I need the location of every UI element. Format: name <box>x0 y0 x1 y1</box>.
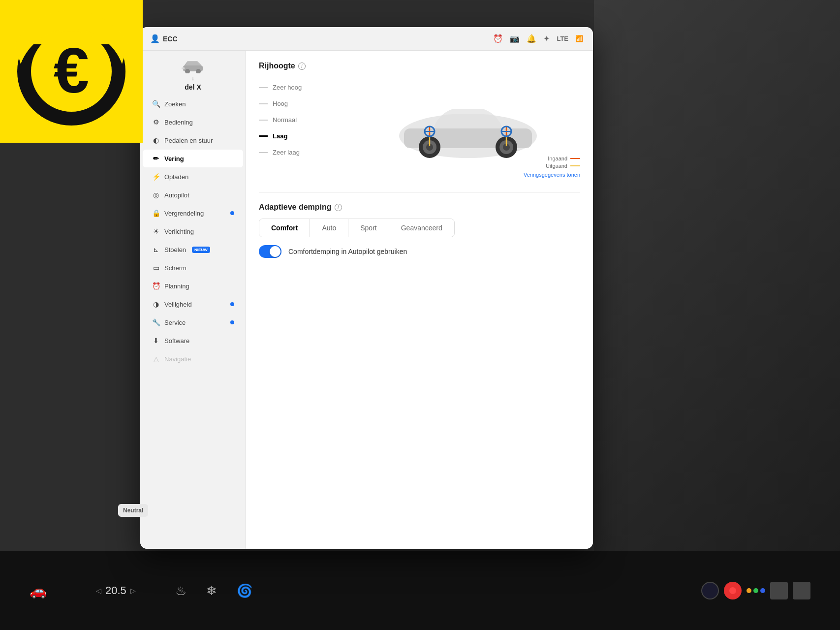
settings-small[interactable] <box>793 582 810 599</box>
security-icon: ◑ <box>152 300 160 308</box>
main-content: Rijhoogte i Zeer hoog Hoog <box>246 51 593 549</box>
damping-btn-sport[interactable]: Sport <box>348 219 389 237</box>
scroll-indicator: ↓ <box>140 75 246 81</box>
sidebar-item-stoelen[interactable]: ⊾ Stoelen NIEUW <box>143 241 243 258</box>
height-option-hoog[interactable]: Hoog <box>259 95 347 112</box>
sidebar-label-navigatie: Navigatie <box>164 355 191 363</box>
height-label-laag: Laag <box>273 132 287 140</box>
status-bar: 👤 ECC ⏰ 📷 🔔 ✦ LTE 📶 <box>140 27 593 51</box>
rec-button[interactable] <box>724 582 742 599</box>
screen-icon: ▭ <box>152 264 160 272</box>
damping-info-icon[interactable]: i <box>335 204 342 211</box>
fan2-icon[interactable]: 🌀 <box>237 583 252 598</box>
car-icon-area <box>140 54 246 75</box>
damping-btn-comfort[interactable]: Comfort <box>259 219 310 237</box>
sidebar-item-bediening[interactable]: ⚙ Bediening <box>143 113 243 131</box>
autopilot-toggle[interactable] <box>259 245 281 258</box>
svg-rect-4 <box>183 68 184 69</box>
sidebar-item-service[interactable]: 🔧 Service <box>143 314 243 331</box>
fan-icon[interactable]: ❄ <box>206 583 217 598</box>
autopilot-icon: ◎ <box>152 191 160 199</box>
sidebar-label-opladen: Opladen <box>164 173 188 181</box>
settings-icon: ⚙ <box>152 118 160 126</box>
height-dash-laag <box>259 135 268 137</box>
sidebar-label-pedalen: Pedalen en stuur <box>164 137 213 144</box>
sidebar-item-verlichting[interactable]: ☀ Verlichting <box>143 222 243 240</box>
height-label-zeer-laag: Zeer laag <box>273 149 300 156</box>
rijhoogte-info-icon[interactable]: i <box>298 63 306 70</box>
uitgaand-line <box>570 165 580 166</box>
height-option-zeer-hoog[interactable]: Zeer hoog <box>259 79 347 95</box>
rijhoogte-title: Rijhoogte <box>259 62 295 70</box>
legend-uitgaand: Uitgaand <box>524 163 580 169</box>
logo-svg: € <box>0 0 143 143</box>
veringsgegevens-link[interactable]: Veringsgegevens tonen <box>524 172 580 178</box>
height-dash-zeer-hoog <box>259 87 268 88</box>
grid-button[interactable] <box>770 582 788 599</box>
car-silhouette-icon <box>181 59 205 73</box>
sidebar-label-veiligheid: Veiligheid <box>164 301 192 308</box>
logo-letter: € <box>54 34 89 106</box>
damping-options-group: Comfort Auto Sport Geavanceerd <box>259 219 455 237</box>
sidebar-item-zoeken[interactable]: 🔍 Zoeken <box>143 95 243 113</box>
veiligheid-dot <box>230 302 234 306</box>
legend-ingaand: Ingaand <box>524 156 580 161</box>
indicator-row <box>701 582 810 599</box>
new-badge: NIEUW <box>192 247 210 253</box>
ingaand-line <box>570 158 580 159</box>
sidebar-item-scherm[interactable]: ▭ Scherm <box>143 259 243 277</box>
pedal-icon: ◐ <box>152 136 160 144</box>
sidebar-item-autopilot[interactable]: ◎ Autopilot <box>143 186 243 204</box>
sidebar-item-planning[interactable]: ⏰ Planning <box>143 277 243 295</box>
temperature-display: ◁ 20.5 ▷ <box>96 584 136 597</box>
camera-status-icon: 📷 <box>510 34 520 43</box>
height-label-zeer-hoog: Zeer hoog <box>273 84 302 91</box>
bell-icon: 🔔 <box>527 34 536 43</box>
sidebar-label-software: Software <box>164 337 189 345</box>
height-option-zeer-laag[interactable]: Zeer laag <box>259 144 347 160</box>
tesla-screen: 👤 ECC ⏰ 📷 🔔 ✦ LTE 📶 <box>140 27 593 549</box>
color-dots <box>747 588 765 593</box>
light-icon: ☀ <box>152 227 160 235</box>
sidebar-item-vering[interactable]: ✏ Vering <box>143 150 243 167</box>
car-viz-svg <box>394 89 542 168</box>
height-option-normaal[interactable]: Normaal <box>259 112 347 128</box>
sidebar-nav: 🔍 Zoeken ⚙ Bediening ◐ Pedalen en stuur … <box>140 95 246 368</box>
height-option-laag[interactable]: Laag <box>259 128 347 144</box>
damping-btn-auto[interactable]: Auto <box>310 219 348 237</box>
heat-icon[interactable]: ♨ <box>175 583 187 598</box>
toggle-thumb <box>270 246 280 257</box>
vergrendeling-dot <box>230 211 234 215</box>
sidebar-label-zoeken: Zoeken <box>164 100 186 108</box>
sidebar: ↓ del X 🔍 Zoeken ⚙ Bediening ◐ Pedalen e… <box>140 51 246 549</box>
height-label-hoog: Hoog <box>273 100 288 107</box>
adaptive-damping-section: Adaptieve demping i Comfort Auto Sport G… <box>259 203 580 258</box>
sidebar-item-software[interactable]: ⬇ Software <box>143 332 243 349</box>
download-icon: ⬇ <box>152 337 160 345</box>
cam-button[interactable] <box>701 582 719 599</box>
sidebar-label-verlichting: Verlichting <box>164 228 194 235</box>
bottom-taskbar: 🚗 ◁ 20.5 ▷ ♨ ❄ 🌀 <box>0 551 840 630</box>
ride-height-panel: Zeer hoog Hoog Normaal Laag <box>259 79 580 178</box>
car-visualization: Ingaand Uitgaand Veringsgegevens tonen <box>355 79 580 178</box>
section-divider <box>259 192 580 193</box>
sidebar-item-vergrendeling[interactable]: 🔒 Vergrendeling <box>143 204 243 222</box>
sidebar-label-bediening: Bediening <box>164 119 193 126</box>
sidebar-item-navigatie[interactable]: △ Navigatie <box>143 350 243 368</box>
ingaand-label: Ingaand <box>548 156 567 161</box>
sidebar-item-veiligheid[interactable]: ◑ Veiligheid <box>143 295 243 313</box>
sidebar-item-opladen[interactable]: ⚡ Opladen <box>143 168 243 186</box>
autopilot-toggle-row: Comfortdemping in Autopilot gebruiken <box>259 245 580 258</box>
toggle-label: Comfortdemping in Autopilot gebruiken <box>288 248 407 255</box>
rijhoogte-header: Rijhoogte i <box>259 62 580 70</box>
search-icon: 🔍 <box>152 100 160 108</box>
height-dash-hoog <box>259 103 268 104</box>
sidebar-item-pedalen[interactable]: ◐ Pedalen en stuur <box>143 131 243 149</box>
damping-btn-geavanceerd[interactable]: Geavanceerd <box>389 219 454 237</box>
alarm-icon: ⏰ <box>493 34 503 43</box>
bluetooth-icon: ✦ <box>543 34 550 43</box>
sidebar-label-scherm: Scherm <box>164 264 187 272</box>
viz-legend: Ingaand Uitgaand Veringsgegevens tonen <box>524 156 580 178</box>
seat-icon: ⊾ <box>152 246 160 253</box>
height-dash-zeer-laag <box>259 152 268 153</box>
